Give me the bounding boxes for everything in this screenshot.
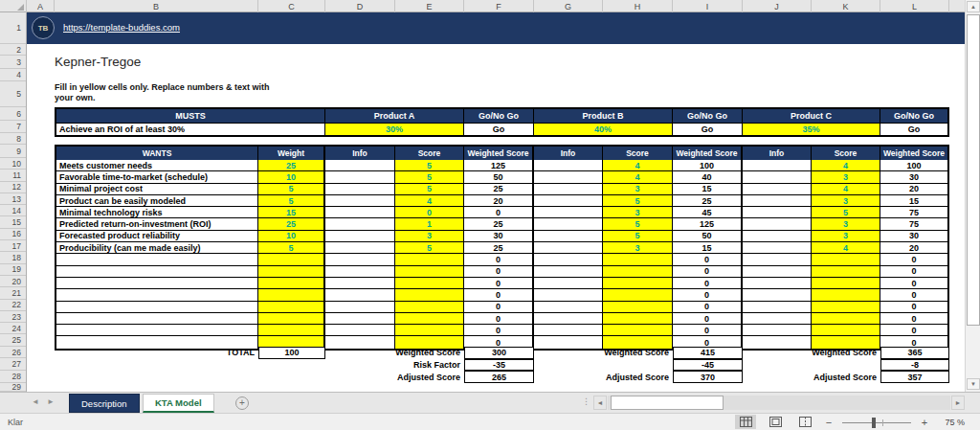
info-cell-b[interactable] <box>534 242 603 253</box>
want-criterion-cell[interactable]: Producibility (can me made easily) <box>56 242 258 253</box>
weighted-score-total-b[interactable]: 415 <box>673 347 743 359</box>
score-input-a[interactable]: 1 <box>395 218 464 229</box>
weighted-score-b[interactable]: 0 <box>673 278 743 288</box>
row-header-5[interactable]: 5 <box>0 81 26 107</box>
want-criterion-cell[interactable] <box>56 278 258 288</box>
info-cell-b[interactable] <box>534 254 603 264</box>
score-input-b[interactable]: 4 <box>603 160 673 170</box>
weighted-score-total-a[interactable]: 300 <box>464 347 534 359</box>
must-criterion-cell[interactable]: Achieve an ROI of at least 30% <box>56 123 325 135</box>
score-input-c[interactable]: 3 <box>812 218 880 229</box>
info-cell-c[interactable] <box>743 184 812 194</box>
row-header-8[interactable]: 8 <box>0 133 26 145</box>
horizontal-scrollbar-thumb[interactable] <box>611 396 724 410</box>
weighted-score-a[interactable]: 0 <box>464 302 534 312</box>
score-input-c[interactable] <box>812 325 880 335</box>
score-input-c[interactable] <box>812 302 880 312</box>
info-cell-c[interactable] <box>743 302 812 312</box>
weighted-score-a[interactable]: 20 <box>464 195 534 206</box>
row-header-26[interactable]: 26 <box>0 347 26 359</box>
score-input-b[interactable] <box>603 313 673 324</box>
row-header-17[interactable]: 17 <box>0 240 26 252</box>
want-criterion-cell[interactable] <box>56 289 258 300</box>
info-cell-a[interactable] <box>325 289 395 300</box>
info-cell-a[interactable] <box>325 207 395 217</box>
column-header-D[interactable]: D <box>325 0 395 12</box>
score-input-c[interactable] <box>812 254 880 264</box>
info-cell-a[interactable] <box>325 195 395 206</box>
normal-view-icon[interactable] <box>735 415 756 429</box>
weighted-score-a[interactable]: 0 <box>464 313 534 324</box>
info-cell-c[interactable] <box>743 195 812 206</box>
score-input-b[interactable] <box>603 254 673 264</box>
row-header-25[interactable]: 25 <box>0 334 26 346</box>
column-header-A[interactable]: A <box>27 0 55 12</box>
score-input-a[interactable] <box>395 254 464 264</box>
weight-input-cell[interactable]: 5 <box>258 184 325 194</box>
weight-input-cell[interactable] <box>258 278 325 288</box>
score-input-a[interactable]: 5 <box>395 242 464 253</box>
tab-kta-model[interactable]: KTA Model <box>143 394 214 413</box>
weight-input-cell[interactable] <box>258 266 325 277</box>
row-header-18[interactable]: 18 <box>0 252 26 263</box>
info-cell-b[interactable] <box>534 266 603 277</box>
weight-input-cell[interactable]: 15 <box>258 207 325 217</box>
row-header-29[interactable]: 29 <box>0 383 26 392</box>
weighted-score-c[interactable]: 0 <box>880 325 947 335</box>
score-input-c[interactable] <box>812 313 880 324</box>
weighted-score-b[interactable]: 0 <box>673 313 743 324</box>
info-cell-a[interactable] <box>325 160 395 170</box>
want-criterion-cell[interactable] <box>56 313 258 324</box>
row-header-24[interactable]: 24 <box>0 323 26 334</box>
row-header-12[interactable]: 12 <box>0 182 26 193</box>
weighted-score-b[interactable]: 45 <box>673 207 743 217</box>
go-result-a[interactable]: Go <box>464 123 534 135</box>
score-input-b[interactable]: 5 <box>603 231 673 241</box>
info-cell-a[interactable] <box>325 266 395 277</box>
scrollbar-splitter-icon[interactable]: ⋮ <box>582 396 591 406</box>
weighted-score-c[interactable]: 0 <box>880 278 947 288</box>
row-header-22[interactable]: 22 <box>0 300 26 311</box>
want-criterion-cell[interactable] <box>56 266 258 277</box>
weighted-score-a[interactable]: 125 <box>464 160 534 170</box>
vertical-scrollbar-thumb[interactable] <box>967 14 980 326</box>
score-input-c[interactable]: 3 <box>812 171 880 182</box>
row-header-9[interactable]: 9 <box>0 145 26 158</box>
row-header-2[interactable]: 2 <box>0 44 26 56</box>
score-input-a[interactable] <box>395 325 464 335</box>
weighted-score-a[interactable]: 25 <box>464 184 534 194</box>
weight-input-cell[interactable]: 5 <box>258 242 325 253</box>
page-break-preview-icon[interactable] <box>794 415 815 429</box>
weight-input-cell[interactable] <box>258 325 325 335</box>
row-header-10[interactable]: 10 <box>0 158 26 170</box>
total-weight-cell[interactable]: 100 <box>258 347 325 359</box>
info-cell-c[interactable] <box>743 231 812 241</box>
adjusted-score-c[interactable]: 357 <box>880 371 949 383</box>
weighted-score-b[interactable]: 40 <box>673 171 743 182</box>
want-criterion-cell[interactable]: Minimal project cost <box>56 184 258 194</box>
weighted-score-a[interactable]: 25 <box>464 242 534 253</box>
column-header-B[interactable]: B <box>55 0 258 12</box>
info-cell-b[interactable] <box>534 231 603 241</box>
score-input-a[interactable] <box>395 313 464 324</box>
column-header-I[interactable]: I <box>673 0 743 12</box>
weighted-score-b[interactable]: 25 <box>673 195 743 206</box>
info-cell-a[interactable] <box>325 184 395 194</box>
score-input-c[interactable]: 4 <box>812 242 880 253</box>
row-header-14[interactable]: 14 <box>0 205 26 216</box>
weighted-score-a[interactable]: 50 <box>464 171 534 182</box>
info-cell-b[interactable] <box>534 313 603 324</box>
score-input-b[interactable] <box>603 266 673 277</box>
score-input-c[interactable]: 4 <box>812 160 880 170</box>
score-input-b[interactable]: 3 <box>603 207 673 217</box>
weight-input-cell[interactable]: 25 <box>258 218 325 229</box>
want-criterion-cell[interactable]: Favorable time-to-market (schedule) <box>56 171 258 182</box>
weighted-score-a[interactable]: 0 <box>464 254 534 264</box>
column-header-G[interactable]: G <box>534 0 603 12</box>
score-input-a[interactable] <box>395 302 464 312</box>
score-input-c[interactable] <box>812 289 880 300</box>
want-criterion-cell[interactable]: Minimal technology risks <box>56 207 258 217</box>
scroll-down-icon[interactable]: ▼ <box>967 378 980 390</box>
info-cell-a[interactable] <box>325 242 395 253</box>
column-header-K[interactable]: K <box>812 0 880 12</box>
